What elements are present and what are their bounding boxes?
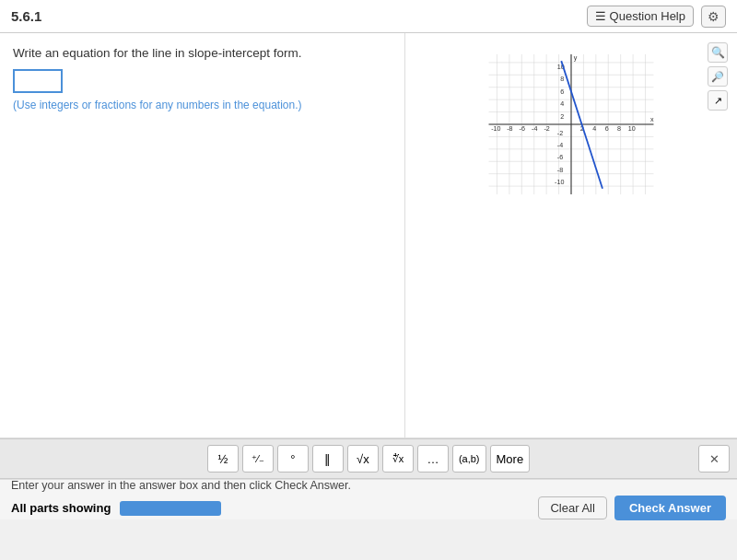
answer-input[interactable]	[13, 69, 63, 93]
svg-text:y: y	[574, 54, 578, 62]
point-icon: (a,b)	[459, 453, 480, 464]
degree-button[interactable]: °	[277, 445, 309, 472]
svg-text:8: 8	[560, 76, 564, 83]
svg-text:10: 10	[628, 125, 636, 133]
zoom-in-icon: 🔍	[711, 46, 725, 59]
question-help-button[interactable]: ☰ Question Help	[587, 6, 694, 27]
svg-text:-8: -8	[557, 167, 563, 174]
graph: x y -8 -6 -4 -2 2 4 6 8 10 -10 10 8 6 4 …	[479, 46, 663, 203]
svg-text:6: 6	[605, 125, 609, 133]
svg-text:4: 4	[560, 100, 564, 108]
page-title: 5.6.1	[11, 8, 41, 24]
mixed-fraction-button[interactable]: ⁺⁄₋	[242, 445, 274, 472]
nthroot-icon: ∜x	[392, 453, 404, 465]
svg-text:-6: -6	[557, 154, 563, 161]
svg-text:-2: -2	[544, 125, 549, 133]
external-link-icon: ↗	[714, 95, 722, 107]
close-icon: ✕	[709, 452, 719, 466]
svg-text:-2: -2	[557, 130, 563, 137]
svg-text:4: 4	[592, 125, 596, 133]
svg-text:-6: -6	[520, 125, 525, 133]
all-parts-label: All parts showing	[11, 501, 111, 515]
svg-text:-4: -4	[557, 142, 563, 149]
list-icon: ☰	[595, 9, 606, 23]
more-button[interactable]: More	[490, 445, 531, 472]
svg-text:x: x	[650, 116, 654, 123]
gear-icon: ⚙	[708, 9, 719, 24]
svg-text:-10: -10	[555, 179, 564, 186]
zoom-out-button[interactable]: 🔎	[708, 66, 728, 87]
parallel-icon: ‖	[324, 452, 331, 466]
svg-text:8: 8	[617, 125, 621, 133]
external-link-button[interactable]: ↗	[708, 90, 728, 111]
svg-text:-10: -10	[491, 125, 500, 133]
sqrt-icon: √x	[357, 452, 369, 466]
svg-text:2: 2	[560, 113, 564, 121]
check-answer-label: Check Answer	[629, 501, 711, 515]
hint-text: (Use integers or fractions for any numbe…	[13, 99, 392, 111]
fraction-button[interactable]: ½	[207, 445, 239, 472]
clear-all-button[interactable]: Clear All	[538, 496, 606, 519]
svg-text:-8: -8	[507, 125, 512, 133]
sqrt-button[interactable]: √x	[347, 445, 379, 472]
svg-text:-4: -4	[532, 125, 537, 133]
fraction-icon: ½	[217, 452, 228, 466]
point-button[interactable]: (a,b)	[452, 445, 486, 472]
degree-icon: °	[290, 452, 295, 466]
close-toolbar-button[interactable]: ✕	[698, 445, 730, 472]
clear-all-label: Clear All	[550, 501, 594, 515]
question-help-label: Question Help	[610, 9, 685, 23]
mixed-fraction-icon: ⁺⁄₋	[252, 453, 264, 465]
hint-message: Enter your answer in the answer box and …	[11, 479, 726, 492]
svg-text:6: 6	[560, 88, 564, 96]
nthroot-button[interactable]: ∜x	[382, 445, 414, 472]
zoom-in-button[interactable]: 🔍	[708, 42, 728, 63]
parallel-button[interactable]: ‖	[312, 445, 344, 472]
zoom-out-icon: 🔎	[711, 71, 724, 83]
check-answer-button[interactable]: Check Answer	[614, 496, 726, 520]
dots-icon: …	[427, 452, 439, 466]
problem-prompt: Write an equation for the line in slope-…	[13, 46, 392, 60]
dots-button[interactable]: …	[417, 445, 449, 472]
progress-bar	[120, 501, 221, 516]
settings-button[interactable]: ⚙	[701, 6, 726, 28]
more-label: More	[497, 452, 524, 466]
